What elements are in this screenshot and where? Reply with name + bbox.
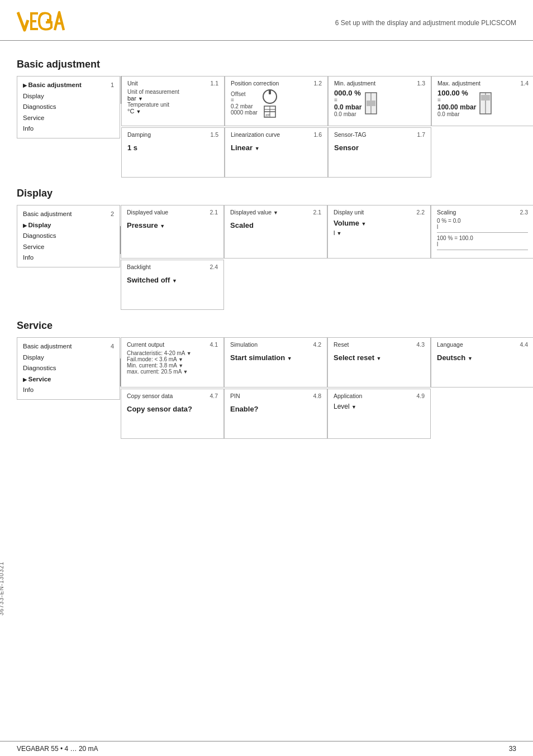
basic-adjustment-cards: Unit 1.1 Unit of measurement bar ▼ Tempe…: [121, 76, 501, 179]
svg-text:#P: #P: [265, 113, 270, 117]
adjustment-icon: #P: [264, 106, 276, 118]
service-title: Service: [17, 320, 516, 332]
card-max-adjustment: Max. adjustment 1.4 100.00 % = 100.00 mb…: [431, 76, 533, 126]
display-nav-info[interactable]: Info: [23, 252, 114, 264]
nav-basic-adjustment[interactable]: Basic adjustment: [23, 80, 114, 91]
service-row2: Copy sensor data 4.7 Copy sensor data? P…: [121, 389, 501, 439]
nav-diagnostics[interactable]: Diagnostics: [23, 102, 114, 113]
nav-service[interactable]: Service: [23, 113, 114, 124]
footer-page-number: 33: [509, 745, 516, 753]
display-cards: Displayed value 2.1 Pressure ▼ Displayed…: [121, 205, 501, 311]
display-row1: Displayed value 2.1 Pressure ▼ Displayed…: [121, 205, 501, 259]
footer-left-text: VEGABAR 55 • 4 … 20 mA: [17, 745, 98, 753]
side-text: 36733-EN-130321: [0, 562, 4, 616]
vega-logo-icon: [17, 10, 67, 35]
display-nav-service[interactable]: Service: [23, 242, 114, 253]
logo: [17, 10, 67, 35]
display-row2: Backlight 2.4 Switched off ▼: [121, 260, 501, 310]
service-block: 4 Basic adjustment Display Diagnostics S…: [17, 337, 516, 440]
display-nav: 2 Basic adjustment Display Diagnostics S…: [17, 205, 120, 267]
service-nav-basic[interactable]: Basic adjustment: [23, 341, 114, 352]
svg-rect-13: [367, 101, 375, 106]
card-damping: Damping 1.5 1 s: [121, 127, 225, 178]
card-position-correction: Position correction 1.2 Offset = 0.2 mba…: [225, 76, 328, 126]
service-nav-service[interactable]: Service: [23, 374, 114, 385]
svg-rect-3: [30, 28, 38, 30]
service-nav: 4 Basic adjustment Display Diagnostics S…: [17, 337, 120, 400]
knob-icon: [262, 89, 278, 104]
service-nav-diagnostics[interactable]: Diagnostics: [23, 363, 114, 374]
card-backlight: Backlight 2.4 Switched off ▼: [121, 260, 224, 310]
basic-adjustment-row2: Damping 1.5 1 s Linearization curve 1.6 …: [121, 127, 501, 178]
display-block: 2 Basic adjustment Display Diagnostics S…: [17, 205, 516, 311]
card-language: Language 4.4 Deutsch ▼: [431, 337, 533, 387]
max-adj-icon: [479, 92, 492, 114]
card-display-unit: Display unit 2.2 Volume ▼ l ▼: [327, 205, 431, 259]
card-copy-sensor: Copy sensor data 4.7 Copy sensor data?: [121, 389, 224, 439]
basic-adjustment-nav: 1 Basic adjustment Display Diagnostics S…: [17, 76, 120, 138]
svg-rect-2: [30, 20, 36, 22]
basic-adjustment-block: 1 Basic adjustment Display Diagnostics S…: [17, 76, 516, 179]
nav-display[interactable]: Display: [23, 91, 114, 102]
page-footer: VEGABAR 55 • 4 … 20 mA 33: [0, 741, 533, 756]
display-nav-diagnostics[interactable]: Diagnostics: [23, 231, 114, 242]
svg-rect-6: [269, 90, 271, 94]
header-subtitle: 6 Set up with the display and adjustment…: [335, 10, 516, 27]
card-pin: PIN 4.8 Enable?: [224, 389, 327, 439]
card-unit: Unit 1.1 Unit of measurement bar ▼ Tempe…: [121, 76, 225, 126]
service-nav-display[interactable]: Display: [23, 352, 114, 363]
display-nav-display[interactable]: Display: [23, 220, 114, 231]
display-title: Display: [17, 188, 516, 199]
svg-rect-17: [481, 95, 490, 101]
basic-adjustment-title: Basic adjustment: [17, 59, 516, 70]
card-simulation: Simulation 4.2 Start simulation ▼: [224, 337, 327, 387]
service-cards: Current output 4.1 Characteristic: 4-20 …: [121, 337, 501, 440]
display-nav-basic[interactable]: Basic adjustment: [23, 209, 114, 220]
service-nav-info[interactable]: Info: [23, 385, 114, 396]
service-row1: Current output 4.1 Characteristic: 4-20 …: [121, 337, 501, 387]
card-current-output: Current output 4.1 Characteristic: 4-20 …: [121, 337, 224, 387]
card-sensor-tag: Sensor-TAG 1.7 Sensor: [328, 127, 431, 178]
card-reset: Reset 4.3 Select reset ▼: [327, 337, 431, 387]
nav-info[interactable]: Info: [23, 123, 114, 135]
svg-rect-1: [30, 12, 38, 15]
basic-adjustment-row1: Unit 1.1 Unit of measurement bar ▼ Tempe…: [121, 76, 501, 126]
page-header: 6 Set up with the display and adjustment…: [0, 0, 533, 41]
card-scaling: Scaling 2.3 0 % = 0.0 l 100 % = 100.0 l: [431, 205, 533, 259]
card-linearization: Linearization curve 1.6 Linear ▼: [225, 127, 328, 178]
main-content: Basic adjustment 1 Basic adjustment Disp…: [0, 41, 533, 458]
min-adj-icon: [365, 92, 377, 114]
card-min-adjustment: Min. adjustment 1.3 000.0 % = 0.0 mbar 0…: [328, 76, 431, 126]
card-displayed-value-pressure: Displayed value 2.1 Pressure ▼: [121, 205, 224, 259]
card-application: Application 4.9 Level ▼: [327, 389, 431, 439]
card-displayed-value-scaled: Displayed value ▼ 2.1 Scaled: [224, 205, 327, 259]
